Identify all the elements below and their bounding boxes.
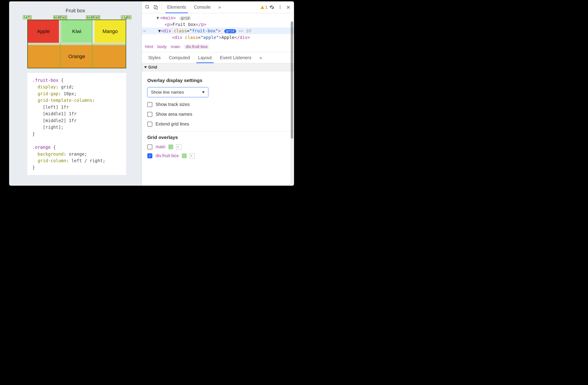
tab-more[interactable]: » <box>215 1 225 13</box>
check-label-area-names: Show area names <box>156 112 192 117</box>
crumb-main[interactable]: main <box>171 44 180 49</box>
check-label-extend-lines: Extend grid lines <box>156 121 189 127</box>
section-separator <box>142 131 294 131</box>
cell-mango: Mango <box>95 20 126 43</box>
preview-title: Fruit box <box>11 8 139 14</box>
color-swatch-main[interactable] <box>168 145 173 149</box>
overlay-row-fruitbox: div.fruit-box <box>147 153 289 158</box>
tab-elements[interactable]: Elements <box>164 1 190 13</box>
grid-overlay-wrap: left middle1 middle2 right Apple Kiwi Ma… <box>27 16 126 68</box>
checkbox-track-sizes[interactable] <box>147 102 152 107</box>
grid-line-name-left: left <box>23 16 31 19</box>
device-toggle-icon[interactable] <box>152 3 160 11</box>
tab-styles[interactable]: Styles <box>145 52 164 63</box>
select-value: Show line names <box>151 90 184 95</box>
check-row-track-sizes[interactable]: Show track sizes <box>147 102 289 107</box>
grid-line-labels: left middle1 middle2 right <box>27 16 126 20</box>
chevron-down-icon <box>202 91 205 93</box>
devtools-top-tabs: Elements Console » 1 <box>142 1 294 13</box>
checkbox-overlay-main[interactable] <box>147 144 152 150</box>
tab-layout[interactable]: Layout <box>195 52 215 63</box>
svg-rect-0 <box>146 5 148 8</box>
grid-section-body: Overlay display settings Show line names… <box>142 71 294 167</box>
grid-badge-active[interactable]: grid <box>224 29 236 33</box>
scrollbar[interactable] <box>290 21 294 184</box>
overlay-name-main[interactable]: main <box>156 144 165 150</box>
close-icon[interactable] <box>284 3 292 11</box>
svg-point-5 <box>280 8 280 9</box>
kebab-icon[interactable] <box>276 3 284 11</box>
grid-section-label: Grid <box>148 65 157 70</box>
checkbox-extend-lines[interactable] <box>147 122 152 127</box>
page-preview-pane: Fruit box left middle1 middle2 right App… <box>9 1 142 186</box>
dom-node-apple[interactable]: <div class="apple">Apple</div> <box>142 34 294 41</box>
color-swatch-fruitbox[interactable] <box>182 153 187 158</box>
warning-icon <box>261 6 264 9</box>
overlay-display-settings-label: Overlay display settings <box>147 78 289 83</box>
grid-badge[interactable]: grid <box>179 16 191 20</box>
svg-point-4 <box>280 7 280 7</box>
svg-point-3 <box>280 5 280 6</box>
highlight-icon[interactable] <box>176 144 181 150</box>
warning-badge[interactable]: 1 <box>261 5 268 10</box>
crumb-fruitbox[interactable]: div.fruit-box <box>184 44 209 49</box>
cell-apple: Apple <box>28 20 59 43</box>
css-selector-fruitbox: .fruit-box <box>32 78 58 83</box>
warning-count: 1 <box>265 5 268 10</box>
fruit-box-grid: Apple Kiwi Mango Orange <box>27 20 126 68</box>
overlay-row-main: main <box>147 144 289 150</box>
grid-line-name-middle2: middle2 <box>86 16 100 19</box>
styles-panel-tabs: Styles Computed Layout Event Listeners » <box>142 52 294 63</box>
console-reference: == $0 <box>238 28 251 33</box>
cell-orange: Orange <box>28 45 126 68</box>
grid-overlays-label: Grid overlays <box>147 135 289 140</box>
svg-rect-2 <box>156 6 157 9</box>
check-label-track-sizes: Show track sizes <box>156 102 190 107</box>
crumb-body[interactable]: body <box>157 44 167 49</box>
crumb-html[interactable]: html <box>145 44 153 49</box>
chevron-down-icon <box>144 66 147 68</box>
checkbox-area-names[interactable] <box>147 112 152 117</box>
tab-console[interactable]: Console <box>190 1 214 13</box>
checkbox-overlay-fruitbox[interactable] <box>147 153 152 158</box>
dom-node-p[interactable]: <p>Fruit box</p> <box>142 21 294 28</box>
dom-node-main[interactable]: ▼<main> grid <box>142 15 294 21</box>
devtools-window: Fruit box left middle1 middle2 right App… <box>9 1 294 186</box>
devtools-pane: Elements Console » 1 ▼<main> grid <p>Fru… <box>142 1 294 186</box>
scrollbar-thumb[interactable] <box>291 21 293 139</box>
css-code-card: .fruit-box { display: grid; grid-gap: 10… <box>27 73 126 175</box>
dom-tree[interactable]: ▼<main> grid <p>Fruit box</p> ⋯ ▼<div cl… <box>142 13 294 42</box>
dom-node-fruitbox-selected[interactable]: ⋯ ▼<div class="fruit-box"> grid== $0 <box>142 28 294 34</box>
grid-section-header[interactable]: Grid <box>142 63 294 71</box>
tab-event-listeners[interactable]: Event Listeners <box>217 52 255 63</box>
check-row-extend-lines[interactable]: Extend grid lines <box>147 121 289 127</box>
tab-computed[interactable]: Computed <box>166 52 193 63</box>
tab-panel-more[interactable]: » <box>256 52 265 63</box>
line-names-select[interactable]: Show line names <box>147 87 208 97</box>
check-row-area-names[interactable]: Show area names <box>147 112 289 117</box>
dom-actions-icon[interactable]: ⋯ <box>142 28 147 34</box>
grid-line-name-right: right <box>121 16 131 19</box>
gear-icon[interactable] <box>268 3 276 11</box>
inspect-icon[interactable] <box>144 3 151 11</box>
grid-line-name-middle1: middle1 <box>53 16 67 19</box>
cell-kiwi: Kiwi <box>61 20 92 43</box>
css-selector-orange: .orange <box>32 145 51 150</box>
dom-breadcrumb: html body main div.fruit-box <box>142 42 294 52</box>
highlight-icon[interactable] <box>190 153 195 158</box>
overlay-name-fruitbox[interactable]: div.fruit-box <box>156 153 179 158</box>
